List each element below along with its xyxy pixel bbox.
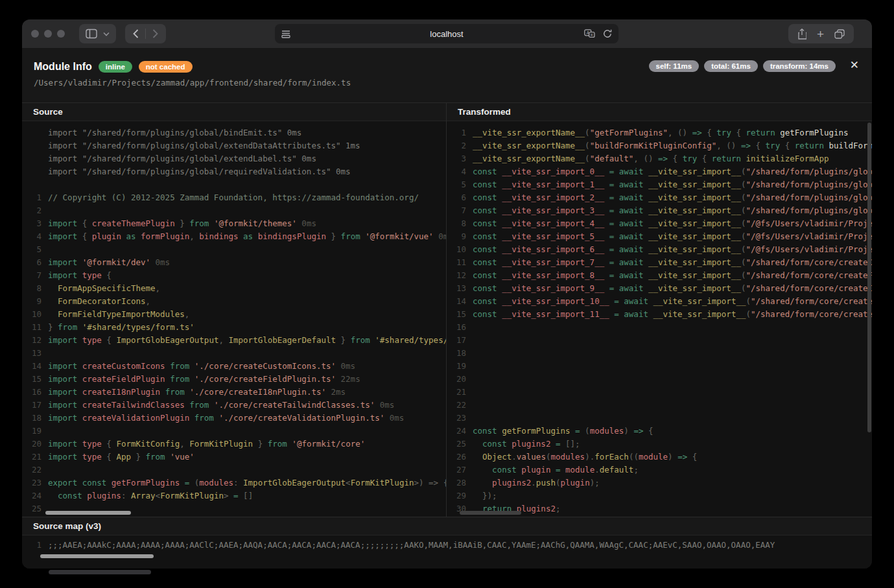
reload-icon[interactable] [603, 29, 612, 38]
line-number: 1 [26, 539, 41, 552]
code-panels: Source import "/shared/form/plugins/glob… [22, 102, 872, 517]
source-pane-title: Source [22, 103, 446, 121]
line-number [26, 126, 41, 139]
line-number: 2 [451, 139, 466, 152]
line-number: 8 [26, 282, 41, 295]
line-number: 12 [26, 334, 41, 347]
line-number: 21 [451, 386, 466, 399]
code-line: 3import { createThemePlugin } from '@for… [26, 217, 446, 230]
not-cached-badge: not cached [139, 61, 193, 73]
address-bar[interactable]: localhost x A [275, 24, 618, 43]
line-number: 1 [26, 191, 41, 204]
line-number: 15 [451, 308, 466, 321]
code-line [26, 178, 446, 191]
line-number: 9 [451, 230, 466, 243]
transformed-code-view[interactable]: 1__vite_ssr_exportName__("getFormPlugins… [447, 121, 872, 517]
sourcemap-section: Source map (v3) 1;;;AAEA;AAAkC;AAAA;AAAA… [22, 517, 872, 569]
code-line: 17import createTailwindClasses from './c… [26, 399, 446, 412]
line-number: 25 [451, 438, 466, 451]
back-button[interactable] [133, 29, 139, 38]
line-number: 6 [26, 256, 41, 269]
line-number [26, 165, 41, 178]
code-line: 22 [26, 464, 446, 476]
share-icon[interactable] [797, 29, 806, 40]
sourcemap-code-view[interactable]: 1;;;AAEA;AAAkC;AAAA;AAAA;AAAA;AAClC;AAEA… [22, 535, 872, 569]
page-horizontal-scrollbar[interactable] [49, 570, 151, 574]
line-number: 22 [26, 464, 41, 476]
transformed-horizontal-scrollbar[interactable] [460, 511, 521, 515]
line-number: 3 [26, 217, 41, 230]
code-line: 21 [451, 386, 872, 399]
code-line: 12import type { ImportGlobEagerOutput, I… [26, 334, 446, 347]
code-line: 4const __vite_ssr_import_0__ = await __v… [451, 165, 872, 178]
sidebar-chevron-down-icon[interactable] [103, 32, 110, 36]
module-info-header: Module Info inline not cached self: 11ms… [22, 48, 872, 102]
code-line: 18import createValidationPlugin from './… [26, 412, 446, 425]
line-number: 4 [451, 165, 466, 178]
sourcemap-horizontal-scrollbar[interactable] [40, 554, 154, 558]
code-line: 21import type { App } from 'vue' [26, 451, 446, 464]
code-line: 12const __vite_ssr_import_8__ = await __… [451, 269, 872, 282]
sidebar-toggle-icon[interactable] [86, 29, 97, 39]
line-number: 11 [26, 321, 41, 334]
line-number: 7 [451, 204, 466, 217]
line-number: 15 [26, 373, 41, 386]
sidebar-button-group [79, 24, 116, 43]
code-line: 23 [451, 412, 872, 425]
code-line: 20import type { FormKitConfig, FormKitPl… [26, 438, 446, 451]
code-line: 24 const plugins: Array<FormKitPlugin> =… [26, 489, 446, 502]
line-number: 21 [26, 451, 41, 464]
code-line: 1;;;AAEA;AAAkC;AAAA;AAAA;AAAA;AAClC;AAEA… [26, 539, 872, 552]
browser-window: localhost x A [22, 19, 872, 569]
source-code-view[interactable]: import "/shared/form/plugins/global/bind… [22, 121, 446, 517]
code-line: 9 FormDecoratorIcons, [26, 295, 446, 308]
svg-text:A: A [587, 30, 590, 35]
code-line: 17 [451, 334, 872, 347]
line-number: 14 [451, 295, 466, 308]
line-number: 23 [451, 412, 466, 425]
zoom-window-button[interactable] [57, 30, 65, 38]
line-number: 18 [26, 412, 41, 425]
code-line: import "/shared/form/plugins/global/exte… [26, 152, 446, 165]
close-icon[interactable]: ✕ [850, 58, 859, 72]
transform-time-badge: transform: 14ms [763, 60, 836, 72]
code-line: 14const __vite_ssr_import_10__ = await _… [451, 295, 872, 308]
transformed-vertical-scrollbar[interactable] [867, 123, 871, 432]
close-window-button[interactable] [31, 30, 39, 38]
line-number: 26 [451, 451, 466, 464]
code-line: 24const getFormPlugins = (modules) => { [451, 425, 872, 438]
code-line: 26 Object.values(modules).forEach((modul… [451, 451, 872, 464]
line-number: 18 [451, 347, 466, 360]
tab-overview-icon[interactable] [834, 29, 845, 39]
new-tab-icon[interactable]: + [817, 28, 824, 40]
minimize-window-button[interactable] [44, 30, 52, 38]
code-line: 23export const getFormPlugins = (modules… [26, 476, 446, 489]
code-line: 5 [26, 243, 446, 256]
page-title: Module Info [34, 61, 92, 73]
line-number: 6 [451, 191, 466, 204]
line-number: 8 [451, 217, 466, 230]
line-number [26, 139, 41, 152]
code-line: 10const __vite_ssr_import_6__ = await __… [451, 243, 872, 256]
line-number: 3 [451, 152, 466, 165]
code-line: 6const __vite_ssr_import_2__ = await __v… [451, 191, 872, 204]
line-number: 2 [26, 204, 41, 217]
line-number: 17 [451, 334, 466, 347]
code-line: 11} from '#shared/types/form.ts' [26, 321, 446, 334]
code-line: 8 FormAppSpecificTheme, [26, 282, 446, 295]
code-line: 15import createFieldPlugin from './core/… [26, 373, 446, 386]
line-number: 29 [451, 489, 466, 502]
nav-button-group [125, 24, 166, 43]
translate-icon[interactable]: x A [584, 29, 595, 38]
line-number: 12 [451, 269, 466, 282]
reader-view-icon[interactable] [281, 30, 290, 38]
line-number: 4 [26, 230, 41, 243]
code-line: 29 }); [451, 489, 872, 502]
source-horizontal-scrollbar[interactable] [45, 511, 131, 515]
transformed-pane: Transformed 1__vite_ssr_exportName__("ge… [447, 103, 872, 517]
traffic-lights [31, 30, 65, 38]
code-line: 27 const plugin = module.default; [451, 464, 872, 476]
code-line: 5const __vite_ssr_import_1__ = await __v… [451, 178, 872, 191]
forward-button[interactable] [152, 29, 158, 38]
line-number: 5 [451, 178, 466, 191]
